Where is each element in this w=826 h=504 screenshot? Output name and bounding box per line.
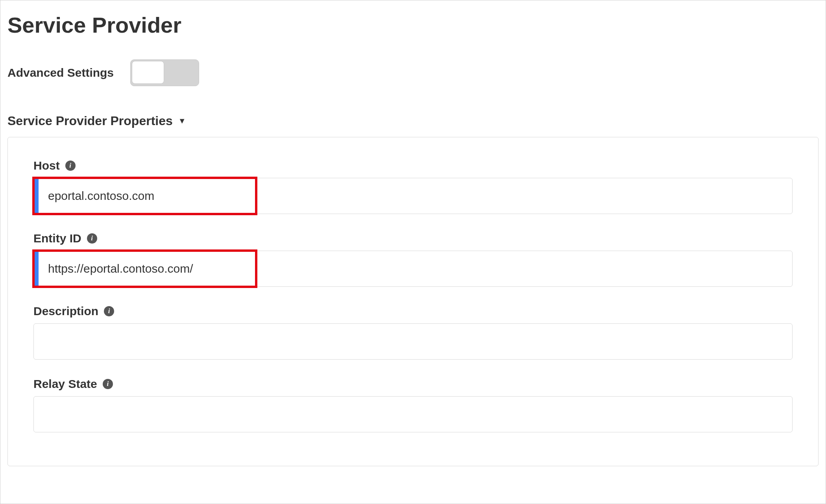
entity-id-label: Entity ID (33, 232, 81, 245)
relay-state-label: Relay State (33, 377, 97, 391)
info-icon[interactable]: i (87, 233, 97, 244)
description-label-row: Description i (33, 305, 793, 318)
info-icon[interactable]: i (104, 306, 114, 316)
info-icon[interactable]: i (65, 161, 76, 171)
host-input[interactable] (33, 178, 793, 214)
advanced-settings-label: Advanced Settings (7, 66, 114, 79)
entity-id-input-wrap (33, 251, 793, 287)
field-relay-state: Relay State i (33, 377, 793, 432)
description-input[interactable] (33, 323, 793, 360)
info-icon[interactable]: i (103, 379, 113, 389)
field-host: Host i (33, 159, 793, 214)
entity-id-input[interactable] (33, 251, 793, 287)
toggle-knob (132, 61, 164, 84)
page-title: Service Provider (7, 12, 819, 38)
host-input-wrap (33, 178, 793, 214)
host-label: Host (33, 159, 60, 172)
field-entity-id: Entity ID i (33, 232, 793, 287)
relay-state-input[interactable] (33, 396, 793, 432)
advanced-settings-row: Advanced Settings (7, 59, 819, 86)
section-title: Service Provider Properties (7, 114, 173, 128)
host-label-row: Host i (33, 159, 793, 172)
advanced-settings-toggle[interactable] (130, 59, 199, 86)
field-description: Description i (33, 305, 793, 360)
relay-state-label-row: Relay State i (33, 377, 793, 391)
section-header[interactable]: Service Provider Properties ▼ (7, 114, 819, 128)
entity-id-label-row: Entity ID i (33, 232, 793, 245)
properties-panel: Host i Entity ID i Description (7, 137, 819, 466)
page-container: Service Provider Advanced Settings Servi… (0, 0, 826, 504)
chevron-down-icon: ▼ (178, 116, 186, 126)
description-label: Description (33, 305, 98, 318)
